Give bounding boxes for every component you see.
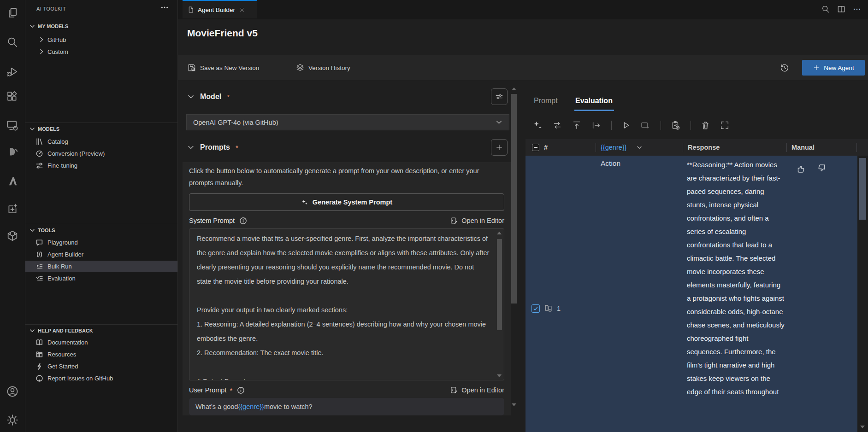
- generate-label: Generate System Prompt: [313, 198, 392, 206]
- settings-gear-icon[interactable]: [6, 414, 19, 426]
- comment-icon: [35, 239, 43, 246]
- history-icon[interactable]: [779, 63, 790, 73]
- chevron-down-icon: [496, 119, 502, 126]
- agent-form: Model * OpenAI GPT-4o (via GitHub) Promp…: [178, 80, 518, 432]
- chevron-down-icon[interactable]: [636, 139, 643, 156]
- generate-system-prompt-button[interactable]: Generate System Prompt: [189, 193, 504, 211]
- expand-icon[interactable]: [720, 120, 730, 130]
- account-icon[interactable]: [6, 385, 19, 398]
- system-prompt-textarea[interactable]: Recommend a movie that fits a user-speci…: [189, 228, 504, 380]
- copy-icon[interactable]: [6, 6, 19, 19]
- model-section-header[interactable]: Model *: [187, 88, 486, 106]
- section-my-models[interactable]: MY MODELS: [25, 21, 177, 31]
- textarea-scrollbar[interactable]: [496, 230, 502, 379]
- sidebar-item-bulk-run[interactable]: Bulk Run: [25, 261, 177, 272]
- sparkle-icon[interactable]: [533, 120, 543, 130]
- open-in-editor-button[interactable]: Open in Editor: [450, 216, 504, 225]
- export-icon[interactable]: [591, 120, 601, 130]
- table-body: Action **Reasoning:** Action movies are …: [526, 156, 857, 432]
- gauge-icon: [35, 150, 43, 157]
- run-debug-icon[interactable]: [6, 65, 19, 78]
- ai-toolkit-icon[interactable]: [6, 203, 19, 216]
- add-eval-icon[interactable]: [670, 120, 680, 130]
- scrollbar-thumb[interactable]: [511, 94, 517, 304]
- remote-explorer-icon[interactable]: [6, 119, 19, 132]
- sidebar-item-playground[interactable]: Playground: [25, 237, 177, 248]
- row-checkbox[interactable]: [531, 304, 540, 313]
- more-horizontal-icon[interactable]: [852, 5, 862, 14]
- tab-evaluation[interactable]: Evaluation: [575, 97, 613, 105]
- sidebar-item-catalog[interactable]: Catalog: [25, 136, 177, 147]
- marketplace-logo-icon[interactable]: [6, 146, 19, 158]
- open-in-editor-button[interactable]: Open in Editor: [450, 386, 504, 394]
- save-as-new-version-button[interactable]: Save as New Version: [187, 55, 259, 80]
- sidebar-item-get-started[interactable]: Get Started: [25, 361, 177, 372]
- scrollbar-thumb[interactable]: [859, 158, 866, 220]
- sidebar-item-label: Custom: [47, 48, 68, 55]
- sidebar-item-report-issues[interactable]: Report Issues on GitHub: [25, 373, 177, 384]
- search-icon[interactable]: [821, 5, 830, 14]
- new-agent-label: New Agent: [824, 64, 854, 71]
- column-header-genre[interactable]: {{genre}}: [601, 139, 626, 156]
- info-icon[interactable]: [239, 217, 247, 225]
- form-scrollbar[interactable]: [511, 81, 518, 432]
- info-icon[interactable]: [237, 386, 245, 394]
- sidebar-item-label: Fine-tuning: [47, 162, 77, 169]
- tab-prompt[interactable]: Prompt: [534, 97, 558, 105]
- trash-icon[interactable]: [700, 120, 710, 130]
- sidebar-item-custom[interactable]: Custom: [25, 46, 177, 57]
- more-horizontal-icon[interactable]: [160, 3, 169, 12]
- system-prompt-row: System Prompt Open in Editor: [189, 216, 504, 226]
- thumbs-down-icon[interactable]: [816, 163, 827, 174]
- sidebar-item-github[interactable]: GitHub: [25, 34, 177, 45]
- split-editor-icon[interactable]: [837, 5, 846, 14]
- column-header-num[interactable]: #: [544, 139, 548, 156]
- activity-bar: [0, 0, 25, 432]
- section-help-and-feedback[interactable]: HELP AND FEEDBACK: [25, 326, 177, 336]
- run-icon[interactable]: [621, 120, 631, 130]
- close-icon[interactable]: [239, 6, 245, 13]
- active-tab-underline: [574, 110, 614, 111]
- thumbs-up-icon[interactable]: [795, 163, 806, 174]
- model-settings-button[interactable]: [491, 88, 508, 105]
- version-history-button[interactable]: Version History: [295, 55, 350, 80]
- sidebar-item-fine-tuning[interactable]: Fine-tuning: [25, 160, 177, 171]
- model-select[interactable]: OpenAI GPT-4o (via GitHub): [186, 114, 509, 130]
- sidebar-item-label: Conversion (Preview): [47, 150, 105, 157]
- prompts-section-header[interactable]: Prompts *: [187, 138, 486, 157]
- tab-agent-builder[interactable]: Agent Builder: [183, 0, 257, 18]
- results-scrollbar[interactable]: [857, 156, 868, 432]
- run-all-icon[interactable]: [640, 120, 650, 130]
- sidebar-item-documentation[interactable]: Documentation: [25, 337, 177, 348]
- azure-icon[interactable]: [6, 175, 19, 188]
- extensions-icon[interactable]: [6, 90, 19, 103]
- new-agent-button[interactable]: New Agent: [802, 60, 865, 76]
- user-prompt-input[interactable]: What’s a good {{genre}} movie to watch?: [189, 398, 504, 415]
- search-icon[interactable]: [6, 36, 19, 49]
- catalog-icon: [35, 138, 43, 145]
- sidebar-item-resources[interactable]: Resources: [25, 349, 177, 360]
- import-icon[interactable]: [572, 120, 582, 130]
- pane-divider[interactable]: [522, 80, 522, 432]
- column-header-response[interactable]: Response: [688, 139, 720, 156]
- book-icon: [35, 339, 43, 346]
- chevron-down-icon: [29, 227, 35, 234]
- column-header-manual[interactable]: Manual: [791, 139, 815, 156]
- add-prompt-button[interactable]: [491, 139, 508, 156]
- chevron-down-icon: [187, 93, 195, 100]
- sparkle-icon: [301, 198, 308, 206]
- sidebar-item-label: Report Issues on GitHub: [47, 375, 113, 382]
- section-models[interactable]: MODELS: [25, 124, 177, 134]
- containers-icon[interactable]: [6, 229, 19, 242]
- sidebar-item-conversion[interactable]: Conversion (Preview): [25, 148, 177, 159]
- scrollbar-thumb[interactable]: [497, 239, 502, 330]
- sidebar-item-label: Get Started: [47, 363, 78, 370]
- section-tools[interactable]: TOOLS: [25, 225, 177, 235]
- sidebar-item-evaluation[interactable]: Evaluation: [25, 273, 177, 284]
- swap-icon[interactable]: [552, 120, 562, 130]
- select-all-checkbox[interactable]: [532, 144, 539, 151]
- compare-icon[interactable]: [544, 304, 553, 313]
- layers-icon: [295, 63, 305, 72]
- sidebar-item-agent-builder[interactable]: Agent Builder: [25, 249, 177, 260]
- sliders-icon: [35, 162, 43, 169]
